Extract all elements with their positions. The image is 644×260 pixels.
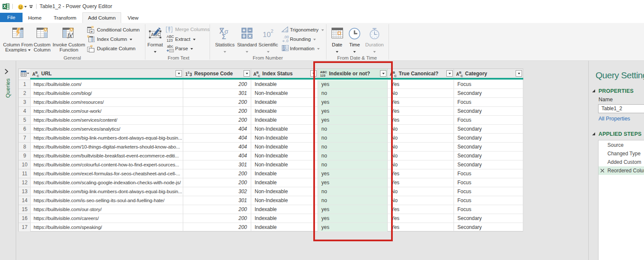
svg-text:C: C <box>37 74 40 77</box>
svg-text:10: 10 <box>263 31 271 39</box>
svg-text:abc: abc <box>167 44 173 49</box>
svg-text:3: 3 <box>283 48 285 51</box>
svg-text:C: C <box>394 74 397 77</box>
svg-text:3: 3 <box>94 40 95 43</box>
svg-text:fx: fx <box>68 32 72 38</box>
svg-text:X: X <box>3 4 6 9</box>
svg-text:.0: .0 <box>285 39 289 43</box>
svg-text:C: C <box>461 74 463 77</box>
svg-text:123: 123 <box>167 38 173 42</box>
svg-text:Σ: Σ <box>222 33 226 39</box>
svg-text:C: C <box>258 74 261 77</box>
svg-text:2: 2 <box>271 29 273 34</box>
svg-text:≠: ≠ <box>91 29 93 34</box>
svg-text:3: 3 <box>190 72 192 77</box>
